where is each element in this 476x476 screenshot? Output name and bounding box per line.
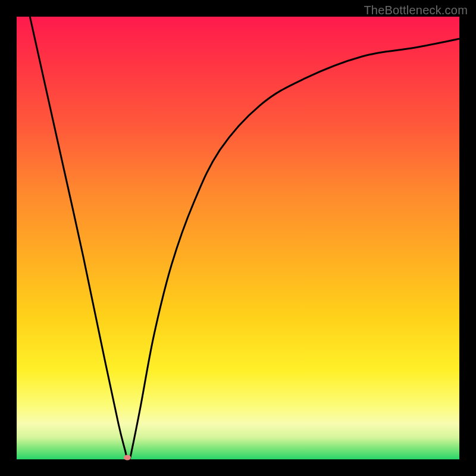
plot-area [17,17,459,459]
curve-path [30,17,459,459]
chart-frame: TheBottleneck.com [0,0,476,476]
bottleneck-curve [17,17,459,459]
optimal-marker [124,455,131,461]
watermark: TheBottleneck.com [364,4,468,17]
